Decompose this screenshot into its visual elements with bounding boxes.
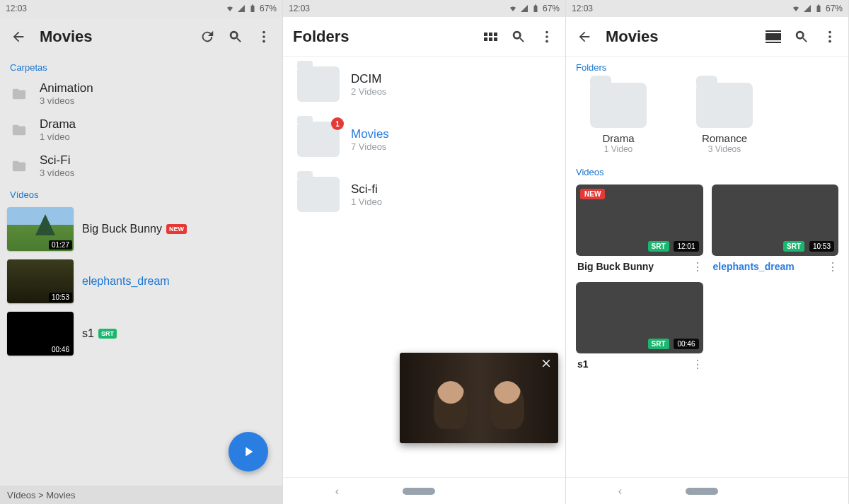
- folder-count: 1 Video: [576, 144, 661, 154]
- video-thumbnail: NEW SRT 12:01: [576, 184, 703, 256]
- wifi-icon: [226, 4, 234, 13]
- video-title: elephants_dream: [713, 261, 795, 272]
- folder-name: Movies: [351, 127, 389, 141]
- video-thumbnail: SRT 00:46: [576, 282, 703, 353]
- pip-thumbnail: [400, 353, 558, 443]
- search-button[interactable]: [507, 25, 530, 48]
- clock: 12:03: [6, 4, 27, 13]
- section-folders-label: Carpetas: [0, 57, 282, 76]
- duration-badge: 10:53: [809, 241, 834, 252]
- section-videos-label: Vídeos: [0, 184, 282, 203]
- battery-percent: 67%: [260, 4, 277, 13]
- srt-badge: SRT: [783, 241, 804, 252]
- video-title: Big Buck Bunny: [577, 261, 654, 272]
- overflow-button[interactable]: [536, 25, 558, 48]
- folder-name: Romance: [682, 132, 767, 144]
- arrow-left-icon: [577, 29, 592, 45]
- video-title: s1: [577, 358, 589, 370]
- svg-point-3: [545, 30, 548, 33]
- folder-icon: [10, 158, 28, 174]
- pip-close-button[interactable]: [540, 357, 553, 373]
- video-menu-button[interactable]: ⋮: [827, 260, 837, 274]
- overflow-button[interactable]: [253, 25, 275, 48]
- folder-name: Animation: [40, 81, 93, 95]
- video-menu-button[interactable]: ⋮: [692, 260, 702, 274]
- clock: 12:03: [572, 4, 593, 13]
- nav-home-icon[interactable]: [686, 488, 718, 495]
- page-title: Folders: [293, 28, 473, 46]
- folder-row[interactable]: Drama1 vídeo: [0, 112, 282, 148]
- video-card[interactable]: NEW SRT 12:01 Big Buck Bunny⋮: [576, 184, 703, 274]
- android-nav-bar: ‹: [283, 477, 565, 504]
- folder-row[interactable]: Animation3 vídeos: [0, 76, 282, 112]
- refresh-button[interactable]: [196, 25, 219, 48]
- section-folders-label: Folders: [566, 57, 848, 76]
- svg-point-4: [545, 35, 548, 38]
- nav-back-icon[interactable]: ‹: [335, 485, 339, 498]
- srt-badge: SRT: [648, 241, 669, 252]
- status-bar: 12:03 67%: [0, 0, 282, 17]
- folder-row[interactable]: Sci-Fi3 vídeos: [0, 148, 282, 184]
- svg-point-5: [545, 40, 548, 42]
- clock: 12:03: [289, 4, 310, 13]
- video-row[interactable]: 00:46 s1SRT: [0, 307, 282, 360]
- search-icon: [794, 29, 809, 45]
- wifi-icon: [509, 4, 517, 13]
- nav-back-icon[interactable]: ‹: [618, 485, 622, 498]
- battery-percent: 67%: [826, 4, 843, 13]
- video-row[interactable]: 10:53 elephants_dream: [0, 255, 282, 307]
- app-bar: Folders: [283, 17, 565, 57]
- folder-count: 1 Video: [351, 197, 382, 207]
- more-vert-icon: [256, 29, 272, 45]
- folder-card[interactable]: Romance 3 Videos: [682, 83, 767, 154]
- folder-count: 2 Videos: [351, 86, 386, 97]
- status-bar: 12:03 67%: [283, 0, 565, 17]
- view-grid-button[interactable]: [479, 25, 502, 48]
- screen-folders-list: 12:03 67% Folders DCIM2 Videos 1 Movies7…: [283, 0, 566, 504]
- folder-row[interactable]: Sci-fi1 Video: [283, 167, 565, 222]
- duration-badge: 12:01: [674, 241, 698, 252]
- folder-name: DCIM: [351, 72, 386, 86]
- overflow-button[interactable]: [819, 25, 841, 48]
- signal-icon: [803, 4, 812, 13]
- duration-badge: 10:53: [49, 293, 72, 302]
- section-videos-label: Videos: [566, 161, 848, 180]
- back-button[interactable]: [573, 25, 596, 48]
- search-button[interactable]: [790, 25, 813, 48]
- battery-icon: [814, 4, 823, 13]
- folder-count: 3 vídeos: [40, 95, 93, 106]
- video-card[interactable]: SRT 00:46 s1⋮: [576, 282, 703, 371]
- folder-name: Drama: [40, 117, 76, 131]
- screen-grid-view: 12:03 67% Movies Folders Drama 1 Vid: [566, 0, 849, 504]
- video-card[interactable]: SRT 10:53 elephants_dream⋮: [712, 184, 839, 274]
- folder-row[interactable]: DCIM2 Videos: [283, 57, 565, 112]
- svg-point-1: [262, 35, 265, 38]
- srt-badge: SRT: [648, 339, 669, 349]
- new-badge: NEW: [166, 224, 187, 234]
- pip-player[interactable]: [400, 353, 558, 443]
- nav-home-icon[interactable]: [403, 488, 435, 495]
- folder-name: Drama: [576, 132, 661, 144]
- duration-badge: 00:46: [674, 339, 698, 349]
- status-bar: 12:03 67%: [566, 0, 848, 17]
- folder-row[interactable]: 1 Movies7 Videos: [283, 112, 565, 167]
- video-row[interactable]: 01:27 Big Buck BunnyNEW: [0, 203, 282, 255]
- svg-point-6: [828, 30, 831, 33]
- view-mode-button[interactable]: [762, 25, 785, 48]
- grid-icon: [484, 33, 497, 41]
- video-title: elephants_dream: [82, 275, 170, 288]
- folder-card[interactable]: Drama 1 Video: [576, 83, 661, 154]
- battery-percent: 67%: [543, 4, 560, 13]
- android-nav-bar: ‹: [566, 477, 848, 504]
- page-title: Movies: [40, 28, 190, 46]
- video-thumbnail: 00:46: [7, 312, 74, 356]
- play-fab[interactable]: [229, 432, 268, 471]
- folder-icon: [297, 177, 340, 212]
- search-button[interactable]: [224, 25, 247, 48]
- back-button[interactable]: [7, 25, 30, 48]
- app-bar: Movies: [566, 17, 848, 57]
- video-title: s1: [82, 327, 94, 340]
- video-menu-button[interactable]: ⋮: [692, 358, 702, 371]
- folder-count: 3 vídeos: [40, 168, 74, 178]
- new-badge: NEW: [580, 189, 605, 199]
